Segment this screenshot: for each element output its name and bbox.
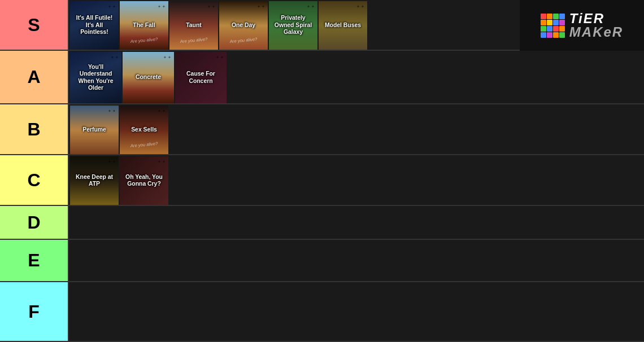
tier-content-b: ✦ ✦PerfumeAre you alive?✦ ✦Sex Sells xyxy=(68,104,644,154)
tier-item-text-youll-understand: You'll Understand When You're Older xyxy=(70,52,121,103)
tier-item-text-model-buses: Model Buses xyxy=(319,1,367,50)
tier-label-d: D xyxy=(0,206,68,239)
tier-content-a: ✦ ✦You'll Understand When You're Older✦ … xyxy=(68,51,644,103)
logo-grid xyxy=(541,14,565,38)
tier-item-sex-sells[interactable]: Are you alive?✦ ✦Sex Sells xyxy=(120,106,168,154)
logo-cell-0-3 xyxy=(559,14,565,19)
tier-item-privately-owned[interactable]: ✦ ✦Privately Owned Spiral Galaxy xyxy=(269,1,317,50)
logo-cell-3-3 xyxy=(559,32,565,38)
tiermaker-logo: TiER MAKeR xyxy=(541,12,623,39)
tier-item-text-knee-deep: Knee Deep at ATP xyxy=(70,156,119,205)
tier-content-d xyxy=(68,206,644,239)
tier-label-s: S xyxy=(0,0,68,50)
logo-cell-2-3 xyxy=(559,26,565,32)
tier-row-b: B✦ ✦PerfumeAre you alive?✦ ✦Sex Sells xyxy=(0,104,644,155)
tier-content-f xyxy=(68,282,644,341)
tier-item-cause-concern[interactable]: ✦ ✦Cause For Concern xyxy=(175,52,227,103)
logo-cell-0-1 xyxy=(547,14,552,19)
tier-item-text-oh-yeah: Oh Yeah, You Gonna Cry? xyxy=(120,156,168,205)
logo-cell-3-0 xyxy=(541,32,546,38)
logo-tier-text: TiER xyxy=(569,12,623,25)
logo-cell-1-3 xyxy=(559,20,565,25)
logo-cell-2-2 xyxy=(553,26,559,32)
tier-item-one-day[interactable]: Are you alive?✦ ✦One Day xyxy=(219,1,268,50)
tier-row-d: D xyxy=(0,206,644,240)
logo-cell-3-1 xyxy=(547,32,552,38)
tier-item-knee-deep[interactable]: ✦ ✦Knee Deep at ATP xyxy=(70,156,119,205)
tier-label-f: F xyxy=(0,282,68,341)
logo-cell-0-2 xyxy=(553,14,559,19)
tier-row-e: E xyxy=(0,240,644,282)
tier-label-b: B xyxy=(0,104,68,154)
tier-item-youll-understand[interactable]: ✦ ✦You'll Understand When You're Older xyxy=(70,52,121,103)
logo-cell-3-2 xyxy=(553,32,559,38)
tier-item-text-privately-owned: Privately Owned Spiral Galaxy xyxy=(269,1,317,50)
tier-item-its-all-futile[interactable]: ✦ ✦It's All Futile! It's All Pointless! xyxy=(70,1,119,50)
logo-cell-1-1 xyxy=(547,20,552,25)
logo-cell-2-0 xyxy=(541,26,546,32)
tier-row-c: C✦ ✦Knee Deep at ATP✦ ✦Oh Yeah, You Gonn… xyxy=(0,155,644,206)
tier-label-a: A xyxy=(0,51,68,103)
tier-item-model-buses[interactable]: ✦ ✦Model Buses xyxy=(319,1,367,50)
tier-content-e xyxy=(68,240,644,281)
tier-item-text-cause-concern: Cause For Concern xyxy=(175,52,227,103)
tier-item-oh-yeah[interactable]: ✦ ✦Oh Yeah, You Gonna Cry? xyxy=(120,156,168,205)
tier-item-concrete[interactable]: ✦ ✦Concrete xyxy=(123,52,174,103)
logo-cell-0-0 xyxy=(541,14,546,19)
tier-content-c: ✦ ✦Knee Deep at ATP✦ ✦Oh Yeah, You Gonna… xyxy=(68,155,644,205)
tier-item-the-fall[interactable]: Are you alive?✦ ✦The Fall xyxy=(120,1,168,50)
tier-item-taunt[interactable]: Are you alive?✦ ✦Taunt xyxy=(169,1,218,50)
tier-label-e: E xyxy=(0,240,68,281)
tier-item-perfume[interactable]: ✦ ✦Perfume xyxy=(70,106,119,154)
tier-item-text-perfume: Perfume xyxy=(70,106,119,154)
logo-cell-1-0 xyxy=(541,20,546,25)
tier-row-f: F xyxy=(0,282,644,342)
tier-label-c: C xyxy=(0,155,68,205)
tier-item-text-concrete: Concrete xyxy=(123,52,174,103)
tier-item-text-its-all-futile: It's All Futile! It's All Pointless! xyxy=(70,1,119,50)
logo-cell-2-1 xyxy=(547,26,552,32)
logo-cell-1-2 xyxy=(553,20,559,25)
tiermaker-logo-area: TiER MAKeR xyxy=(520,0,644,51)
logo-maker-text: MAKeR xyxy=(569,25,623,39)
tier-row-a: A✦ ✦You'll Understand When You're Older✦… xyxy=(0,51,644,104)
